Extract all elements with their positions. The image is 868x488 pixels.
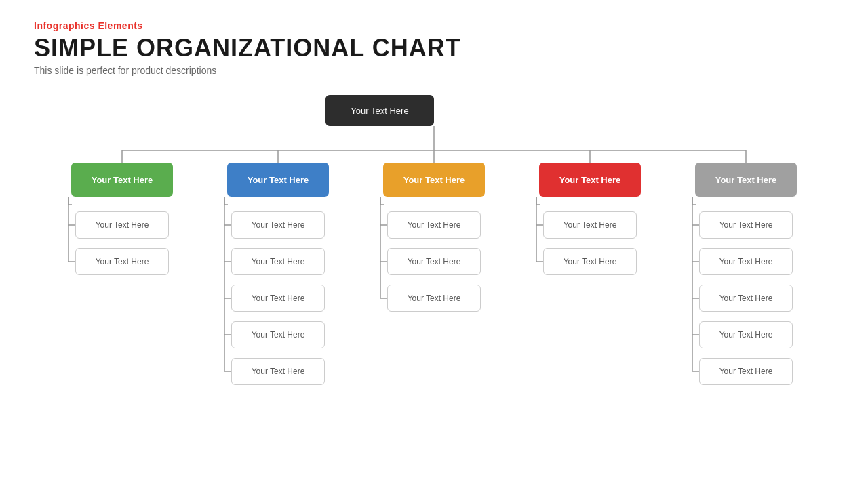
col-header-col4: Your Text Here: [539, 163, 641, 197]
child-box: Your Text Here: [699, 321, 793, 348]
root-node: Your Text Here: [326, 95, 434, 126]
col-header-col2: Your Text Here: [227, 163, 329, 197]
page: Infographics Elements SIMPLE ORGANIZATIO…: [0, 0, 868, 488]
child-box: Your Text Here: [387, 248, 481, 275]
description: This slide is perfect for product descri…: [34, 65, 834, 76]
col-header-col3: Your Text Here: [383, 163, 485, 197]
child-box: Your Text Here: [231, 211, 325, 239]
child-box: Your Text Here: [699, 248, 793, 275]
child-box: Your Text Here: [387, 285, 481, 312]
child-box: Your Text Here: [699, 211, 793, 239]
chart-area: Your Text HereYour Text HereYour Text He…: [34, 89, 834, 469]
child-box: Your Text Here: [231, 321, 325, 348]
col-header-col5: Your Text Here: [695, 163, 797, 197]
page-title: SIMPLE ORGANIZATIONAL CHART: [34, 34, 834, 62]
child-box: Your Text Here: [231, 285, 325, 312]
child-box: Your Text Here: [387, 211, 481, 239]
child-box: Your Text Here: [543, 211, 637, 239]
child-box: Your Text Here: [75, 248, 169, 275]
connector-lines: [34, 89, 834, 469]
child-box: Your Text Here: [543, 248, 637, 275]
col-header-col1: Your Text Here: [71, 163, 173, 197]
child-box: Your Text Here: [699, 285, 793, 312]
child-box: Your Text Here: [75, 211, 169, 239]
child-box: Your Text Here: [699, 358, 793, 385]
subtitle: Infographics Elements: [34, 20, 834, 31]
child-box: Your Text Here: [231, 248, 325, 275]
child-box: Your Text Here: [231, 358, 325, 385]
